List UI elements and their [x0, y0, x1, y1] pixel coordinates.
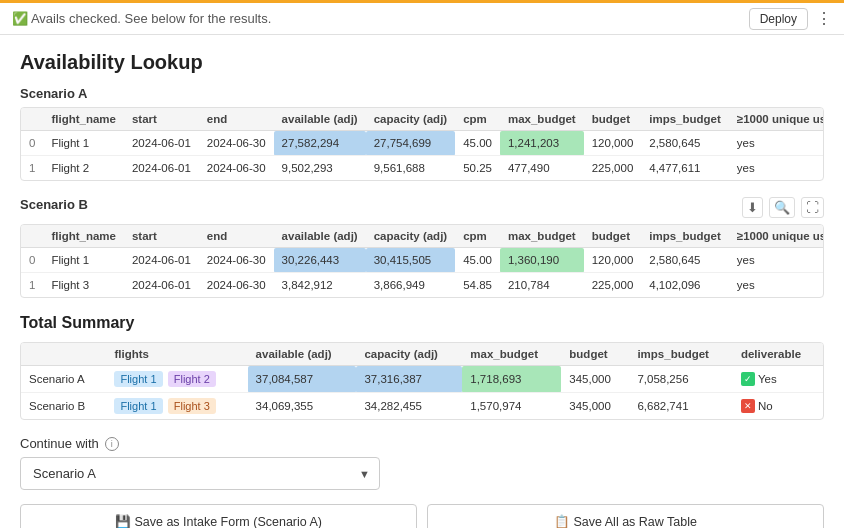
deliverable: ✓ Yes — [733, 366, 823, 393]
table-row: Scenario A Flight 1 Flight 2 37,084,587 … — [21, 366, 823, 393]
table-row: 1 Flight 3 2024-06-01 2024-06-30 3,842,9… — [21, 273, 824, 298]
summary-table-wrap: flights available (adj) capacity (adj) m… — [20, 342, 824, 420]
capacity-adj: 3,866,949 — [366, 273, 456, 298]
scenario-a-label: Scenario A — [20, 86, 824, 101]
scenario-b-table: flight_name start end available (adj) ca… — [21, 225, 824, 297]
table-row: 0 Flight 1 2024-06-01 2024-06-30 27,582,… — [21, 131, 824, 156]
available-adj: 34,069,355 — [248, 393, 357, 420]
scenario-b-icons: ⬇ 🔍 ⛶ — [742, 197, 824, 218]
x-icon: ✕ — [741, 399, 755, 413]
col-max-budget: max_budget — [462, 343, 561, 366]
budget: 120,000 — [584, 131, 642, 156]
budget: 225,000 — [584, 156, 642, 181]
imps-budget: 2,580,645 — [641, 131, 729, 156]
expand-icon[interactable]: ⛶ — [801, 197, 824, 218]
unique-users: yes — [729, 273, 824, 298]
end-date: 2024-06-30 — [199, 248, 274, 273]
start-date: 2024-06-01 — [124, 248, 199, 273]
no-badge: ✕ No — [741, 399, 773, 413]
col-capacity-adj: capacity (adj) — [356, 343, 462, 366]
row-index: 0 — [21, 131, 43, 156]
col-imps-budget: imps_budget — [641, 225, 729, 248]
deliverable: ✕ No — [733, 393, 823, 420]
col-available-adj: available (adj) — [274, 108, 366, 131]
col-unique-users: ≥1000 unique users — [729, 225, 824, 248]
col-cpm: cpm — [455, 225, 500, 248]
info-icon[interactable]: i — [105, 437, 119, 451]
col-scenario — [21, 343, 106, 366]
scenario-a-table-wrap: flight_name start end available (adj) ca… — [20, 107, 824, 181]
continue-select[interactable]: Scenario A Scenario B — [20, 457, 380, 490]
scenario-a-table: flight_name start end available (adj) ca… — [21, 108, 824, 180]
max-budget: 1,570,974 — [462, 393, 561, 420]
budget: 225,000 — [584, 273, 642, 298]
top-bar-right: Deploy ⋮ — [749, 8, 832, 30]
capacity-adj: 27,754,699 — [366, 131, 456, 156]
imps-budget: 2,580,645 — [641, 248, 729, 273]
table-row: 1 Flight 2 2024-06-01 2024-06-30 9,502,2… — [21, 156, 824, 181]
summary-header-row: flights available (adj) capacity (adj) m… — [21, 343, 823, 366]
scenario-b-header-row: flight_name start end available (adj) ca… — [21, 225, 824, 248]
col-max-budget: max_budget — [500, 225, 584, 248]
col-available-adj: available (adj) — [248, 343, 357, 366]
capacity-adj: 9,561,688 — [366, 156, 456, 181]
col-budget: budget — [561, 343, 629, 366]
save-intake-button[interactable]: 💾 Save as Intake Form (Scenario A) — [20, 504, 417, 528]
budget: 345,000 — [561, 393, 629, 420]
scenario-b-header: Scenario B ⬇ 🔍 ⛶ — [20, 197, 824, 218]
download-icon[interactable]: ⬇ — [742, 197, 763, 218]
scenario-a-header-row: flight_name start end available (adj) ca… — [21, 108, 824, 131]
more-options-icon[interactable]: ⋮ — [816, 9, 832, 28]
end-date: 2024-06-30 — [199, 156, 274, 181]
page-title: Availability Lookup — [20, 51, 824, 74]
col-capacity-adj: capacity (adj) — [366, 108, 456, 131]
start-date: 2024-06-01 — [124, 273, 199, 298]
col-flight-name: flight_name — [43, 108, 124, 131]
save-raw-button[interactable]: 📋 Save All as Raw Table — [427, 504, 824, 528]
capacity-adj: 34,282,455 — [356, 393, 462, 420]
flight-name: Flight 1 — [43, 131, 124, 156]
budget: 120,000 — [584, 248, 642, 273]
summary-table: flights available (adj) capacity (adj) m… — [21, 343, 823, 419]
row-index: 1 — [21, 156, 43, 181]
unique-users: yes — [729, 248, 824, 273]
max-budget: 1,360,190 — [500, 248, 584, 273]
col-imps-budget: imps_budget — [641, 108, 729, 131]
col-index — [21, 225, 43, 248]
main-content: Availability Lookup Scenario A flight_na… — [0, 35, 844, 528]
table-row: 0 Flight 1 2024-06-01 2024-06-30 30,226,… — [21, 248, 824, 273]
capacity-adj: 37,316,387 — [356, 366, 462, 393]
col-unique-users: ≥1000 unique users — [729, 108, 824, 131]
max-budget: 210,784 — [500, 273, 584, 298]
unique-users: yes — [729, 131, 824, 156]
imps-budget: 7,058,256 — [629, 366, 733, 393]
deploy-button[interactable]: Deploy — [749, 8, 808, 30]
scenario-b-label: Scenario B — [20, 197, 88, 212]
max-budget: 1,241,203 — [500, 131, 584, 156]
total-summary-title: Total Summary — [20, 314, 824, 332]
available-adj: 37,084,587 — [248, 366, 357, 393]
available-adj: 27,582,294 — [274, 131, 366, 156]
available-adj: 30,226,443 — [274, 248, 366, 273]
col-capacity-adj: capacity (adj) — [366, 225, 456, 248]
col-cpm: cpm — [455, 108, 500, 131]
imps-budget: 6,682,741 — [629, 393, 733, 420]
flight-name: Flight 2 — [43, 156, 124, 181]
col-budget: budget — [584, 225, 642, 248]
search-icon[interactable]: 🔍 — [769, 197, 795, 218]
continue-section: Continue with i Scenario A Scenario B ▼ — [20, 436, 824, 490]
flight-name: Flight 1 — [43, 248, 124, 273]
col-flights: flights — [106, 343, 247, 366]
flight-badge-1: Flight 1 — [114, 371, 162, 387]
end-date: 2024-06-30 — [199, 273, 274, 298]
budget: 345,000 — [561, 366, 629, 393]
avails-notice: ✅ Avails checked. See below for the resu… — [12, 11, 271, 26]
col-index — [21, 108, 43, 131]
col-end: end — [199, 108, 274, 131]
imps-budget: 4,102,096 — [641, 273, 729, 298]
flight-badge-2: Flight 3 — [168, 398, 216, 414]
imps-budget: 4,477,611 — [641, 156, 729, 181]
col-end: end — [199, 225, 274, 248]
end-date: 2024-06-30 — [199, 131, 274, 156]
top-bar: ✅ Avails checked. See below for the resu… — [0, 3, 844, 35]
